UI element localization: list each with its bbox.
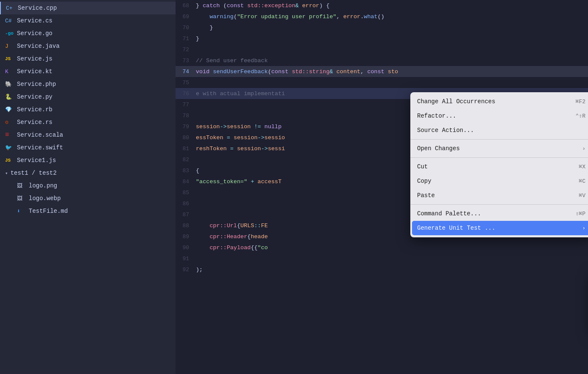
menu-item-shortcut: ⌃⇧R bbox=[576, 113, 585, 119]
file-label: Service.cpp bbox=[18, 5, 57, 11]
file-item-service-cpp[interactable]: C+ Service.cpp bbox=[0, 2, 176, 14]
menu-item-shortcut: ⌘V bbox=[579, 192, 585, 199]
code-line-68: 68 } catch (const std::exception& error)… bbox=[176, 0, 588, 11]
js1-icon: JS bbox=[5, 157, 14, 164]
menu-item-command-palette[interactable]: Command Palette... ⇧⌘P bbox=[410, 206, 588, 221]
file-item-service-go[interactable]: -go Service.go bbox=[0, 27, 176, 40]
menu-item-label: Open Changes bbox=[417, 145, 460, 152]
line-number: 90 bbox=[176, 245, 196, 251]
menu-item-change-all-occurrences[interactable]: Change All Occurrences ⌘F2 bbox=[410, 94, 588, 109]
line-content: ); bbox=[196, 267, 203, 273]
chevron-right-icon: › bbox=[582, 225, 585, 231]
menu-item-generate-unit-test[interactable]: Generate Unit Test ... › bbox=[412, 221, 588, 235]
editor-area: 68 } catch (const std::exception& error)… bbox=[176, 0, 588, 374]
code-line-90: 90 cpr::Payload{{"co bbox=[176, 242, 588, 253]
file-label: Service.go bbox=[17, 30, 52, 37]
file-label: Service.php bbox=[17, 81, 56, 88]
file-item-service-cs[interactable]: C# Service.cs bbox=[0, 14, 176, 27]
file-label: Service.rb bbox=[17, 106, 52, 113]
menu-item-label: Source Action... bbox=[417, 127, 474, 134]
file-item-service-swift[interactable]: 🐦 Service.swift bbox=[0, 141, 176, 154]
menu-separator-3 bbox=[410, 204, 588, 205]
line-number: 73 bbox=[176, 58, 196, 64]
file-item-service-java[interactable]: J Service.java bbox=[0, 40, 176, 52]
java-icon: J bbox=[5, 42, 14, 50]
file-label: Service.java bbox=[17, 43, 60, 50]
line-content: cpr::Url{URLS::FE bbox=[196, 223, 268, 229]
line-number: 88 bbox=[176, 223, 196, 229]
file-label: Service.scala bbox=[17, 132, 63, 138]
line-content: e with actual implementati bbox=[196, 91, 285, 97]
rb-icon: 💎 bbox=[5, 106, 14, 113]
line-number: 86 bbox=[176, 201, 196, 207]
line-content: cpr::Payload{{"co bbox=[196, 245, 268, 251]
menu-item-paste[interactable]: Paste ⌘V bbox=[410, 188, 588, 203]
file-label: Service.swift bbox=[17, 144, 63, 151]
line-number: 76 bbox=[176, 91, 196, 97]
swift-icon: 🐦 bbox=[5, 144, 14, 151]
line-number: 84 bbox=[176, 179, 196, 185]
file-label: Service1.js bbox=[17, 157, 56, 164]
menu-item-refactor[interactable]: Refactor... ⌃⇧R bbox=[410, 109, 588, 123]
line-number: 79 bbox=[176, 124, 196, 130]
line-number: 78 bbox=[176, 113, 196, 119]
menu-item-open-changes[interactable]: Open Changes › bbox=[410, 141, 588, 156]
menu-item-shortcut: ⌘X bbox=[579, 163, 585, 170]
line-number: 72 bbox=[176, 47, 196, 53]
menu-separator-1 bbox=[410, 139, 588, 140]
menu-item-copy[interactable]: Copy ⌘C bbox=[410, 174, 588, 188]
menu-item-label: Paste bbox=[417, 192, 435, 199]
file-item-service1-js[interactable]: JS Service1.js bbox=[0, 154, 176, 167]
menu-item-source-action[interactable]: Source Action... bbox=[410, 123, 588, 138]
code-line-91: 91 bbox=[176, 253, 588, 264]
file-item-testfile-md[interactable]: ⬇ TestFile.md bbox=[12, 205, 176, 217]
menu-item-cut[interactable]: Cut ⌘X bbox=[410, 160, 588, 174]
code-line-72: 72 bbox=[176, 44, 588, 55]
file-item-service-js[interactable]: JS Service.js bbox=[0, 52, 176, 65]
code-line-75: 75 bbox=[176, 77, 588, 88]
file-label: Service.py bbox=[17, 94, 52, 100]
file-item-service-rs[interactable]: ⚙ Service.rs bbox=[0, 116, 176, 129]
file-label: Service.js bbox=[17, 55, 52, 62]
file-item-service-rb[interactable]: 💎 Service.rb bbox=[0, 103, 176, 116]
line-content: session->session != nullp bbox=[196, 124, 282, 130]
file-item-logo-webp[interactable]: 🖼 logo.webp bbox=[12, 192, 176, 205]
folder-test1-test2[interactable]: ▾ test1 / test2 bbox=[0, 167, 176, 179]
line-content: "access_token=" + accessT bbox=[196, 179, 282, 185]
menu-item-shortcut: ⇧⌘P bbox=[576, 210, 585, 217]
menu-item-label: Generate Unit Test ... bbox=[417, 225, 495, 231]
file-label: Service.rs bbox=[17, 119, 52, 126]
menu-item-label: Copy bbox=[417, 178, 431, 184]
line-number: 69 bbox=[176, 14, 196, 20]
img-png-icon: 🖼 bbox=[17, 182, 26, 190]
line-number: 77 bbox=[176, 102, 196, 108]
file-item-logo-png[interactable]: 🖼 logo.png bbox=[12, 179, 176, 192]
line-number: 80 bbox=[176, 135, 196, 141]
line-number: 87 bbox=[176, 212, 196, 218]
menu-separator-2 bbox=[410, 157, 588, 158]
line-content: cpr::Header{heade bbox=[196, 234, 268, 240]
menu-item-label: Change All Occurrences bbox=[417, 98, 495, 105]
line-number: 82 bbox=[176, 157, 196, 163]
line-number: 70 bbox=[176, 25, 196, 31]
file-item-service-php[interactable]: 🐘 Service.php bbox=[0, 78, 176, 91]
menu-item-shortcut: ⌘C bbox=[579, 178, 585, 184]
file-sidebar: C+ Service.cpp C# Service.cs -go Service… bbox=[0, 0, 176, 374]
md-icon: ⬇ bbox=[17, 207, 26, 215]
line-number: 74 bbox=[176, 69, 196, 75]
line-number: 89 bbox=[176, 234, 196, 240]
code-line-70: 70 } bbox=[176, 22, 588, 33]
code-line-73: 73 // Send user feedback bbox=[176, 55, 588, 66]
cpp-icon: C+ bbox=[6, 4, 15, 12]
chevron-down-icon: ▾ bbox=[5, 170, 8, 176]
file-item-service-kt[interactable]: K Service.kt bbox=[0, 65, 176, 78]
code-line-71: 71 } bbox=[176, 33, 588, 44]
file-item-service-scala[interactable]: ≡ Service.scala bbox=[0, 129, 176, 141]
file-item-service-py[interactable]: 🐍 Service.py bbox=[0, 91, 176, 103]
line-content: // Send user feedback bbox=[196, 58, 268, 64]
line-content: reshToken = session->sessi bbox=[196, 146, 285, 152]
go-icon: -go bbox=[5, 30, 14, 37]
menu-item-label: Cut bbox=[417, 163, 428, 170]
code-line-92: 92 ); bbox=[176, 264, 588, 275]
img-webp-icon: 🖼 bbox=[17, 195, 26, 202]
